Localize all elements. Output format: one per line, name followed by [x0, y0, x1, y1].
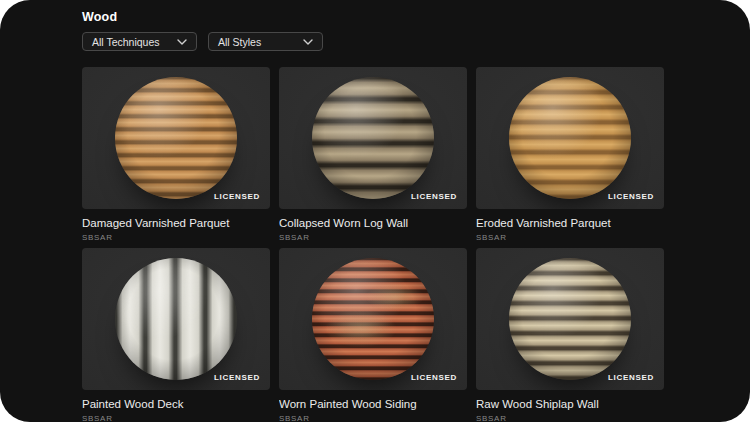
- chevron-down-icon: [303, 39, 313, 45]
- material-thumbnail[interactable]: LICENSED: [476, 248, 664, 390]
- material-sphere-preview: [115, 77, 237, 199]
- material-thumbnail[interactable]: LICENSED: [476, 67, 664, 209]
- page-title: Wood: [82, 10, 664, 24]
- licensed-badge: LICENSED: [411, 192, 457, 201]
- material-grid: LICENSED Damaged Varnished Parquet SBSAR…: [82, 67, 664, 422]
- licensed-badge: LICENSED: [214, 192, 260, 201]
- material-title: Worn Painted Wood Siding: [279, 398, 467, 410]
- licensed-badge: LICENSED: [608, 192, 654, 201]
- licensed-badge: LICENSED: [411, 373, 457, 382]
- material-thumbnail[interactable]: LICENSED: [279, 248, 467, 390]
- material-format-label: SBSAR: [82, 233, 270, 242]
- material-card[interactable]: LICENSED Raw Wood Shiplap Wall SBSAR: [476, 248, 664, 422]
- asset-browser-panel: Wood All Techniques All Styles: [0, 0, 750, 422]
- material-title: Painted Wood Deck: [82, 398, 270, 410]
- material-thumbnail[interactable]: LICENSED: [82, 248, 270, 390]
- filter-bar: All Techniques All Styles: [82, 32, 664, 51]
- styles-filter-dropdown[interactable]: All Styles: [208, 32, 323, 51]
- material-sphere-preview: [509, 77, 631, 199]
- material-thumbnail[interactable]: LICENSED: [82, 67, 270, 209]
- material-sphere-preview: [312, 258, 434, 380]
- styles-filter-label: All Styles: [218, 36, 261, 48]
- material-card[interactable]: LICENSED Damaged Varnished Parquet SBSAR: [82, 67, 270, 248]
- page: Wood All Techniques All Styles: [0, 0, 750, 422]
- material-card[interactable]: LICENSED Collapsed Worn Log Wall SBSAR: [279, 67, 467, 248]
- material-title: Eroded Varnished Parquet: [476, 217, 664, 229]
- material-format-label: SBSAR: [476, 233, 664, 242]
- chevron-down-icon: [177, 39, 187, 45]
- material-title: Collapsed Worn Log Wall: [279, 217, 467, 229]
- material-sphere-preview: [115, 258, 237, 380]
- material-card[interactable]: LICENSED Worn Painted Wood Siding SBSAR: [279, 248, 467, 422]
- material-format-label: SBSAR: [279, 414, 467, 422]
- techniques-filter-label: All Techniques: [92, 36, 160, 48]
- material-card[interactable]: LICENSED Eroded Varnished Parquet SBSAR: [476, 67, 664, 248]
- material-format-label: SBSAR: [82, 414, 270, 422]
- licensed-badge: LICENSED: [608, 373, 654, 382]
- licensed-badge: LICENSED: [214, 373, 260, 382]
- material-format-label: SBSAR: [476, 414, 664, 422]
- material-thumbnail[interactable]: LICENSED: [279, 67, 467, 209]
- material-title: Damaged Varnished Parquet: [82, 217, 270, 229]
- material-title: Raw Wood Shiplap Wall: [476, 398, 664, 410]
- material-sphere-preview: [312, 77, 434, 199]
- techniques-filter-dropdown[interactable]: All Techniques: [82, 32, 197, 51]
- material-sphere-preview: [509, 258, 631, 380]
- material-format-label: SBSAR: [279, 233, 467, 242]
- material-card[interactable]: LICENSED Painted Wood Deck SBSAR: [82, 248, 270, 422]
